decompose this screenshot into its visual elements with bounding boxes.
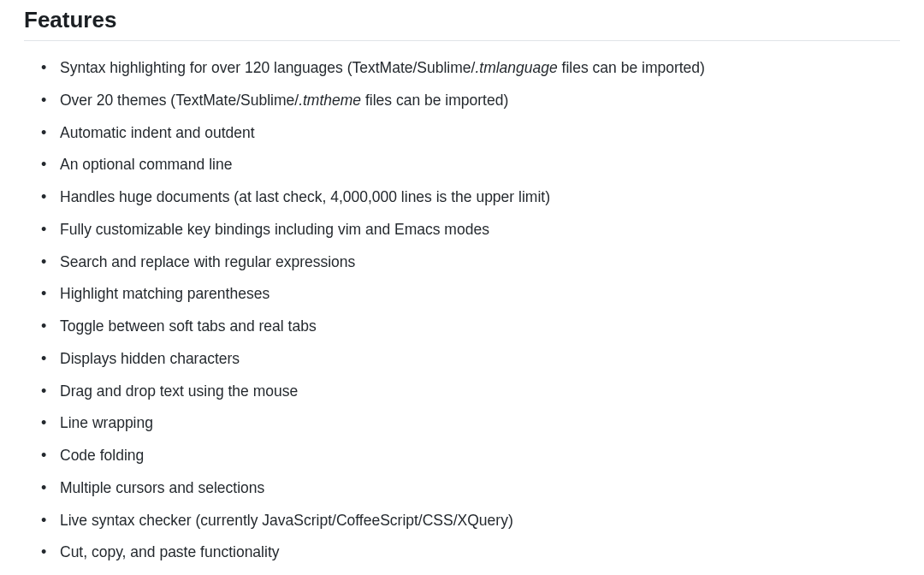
feature-text: files can be imported) [361, 92, 508, 109]
feature-text: Cut, copy, and paste functionality [60, 543, 280, 560]
feature-item: Multiple cursors and selections [56, 477, 900, 499]
feature-item: Fully customizable key bindings includin… [56, 218, 900, 240]
feature-text: Code folding [60, 447, 144, 464]
feature-item: Toggle between soft tabs and real tabs [56, 315, 900, 337]
feature-text: Syntax highlighting for over 120 languag… [60, 59, 475, 76]
feature-text: Toggle between soft tabs and real tabs [60, 317, 317, 335]
features-section: Features Syntax highlighting for over 12… [0, 0, 924, 575]
feature-text: Handles huge documents (at last check, 4… [60, 188, 550, 205]
feature-item: Automatic indent and outdent [56, 122, 900, 144]
feature-item: Cut, copy, and paste functionality [56, 541, 900, 563]
feature-text: Automatic indent and outdent [60, 124, 255, 141]
feature-item: Highlight matching parentheses [56, 282, 900, 305]
feature-item: Live syntax checker (currently JavaScrip… [56, 509, 900, 531]
feature-text: Highlight matching parentheses [60, 285, 270, 302]
feature-list: Syntax highlighting for over 120 languag… [24, 56, 900, 564]
feature-item: Code folding [56, 444, 900, 466]
feature-text: Search and replace with regular expressi… [60, 253, 355, 270]
feature-item: An optional command line [56, 153, 900, 175]
feature-text: Drag and drop text using the mouse [60, 382, 298, 400]
feature-text: Over 20 themes (TextMate/Sublime/ [60, 92, 299, 109]
feature-text-italic: .tmtheme [299, 92, 361, 109]
feature-text: Displays hidden characters [60, 350, 240, 367]
feature-text: An optional command line [60, 156, 232, 173]
feature-item: Over 20 themes (TextMate/Sublime/.tmthem… [56, 89, 900, 111]
feature-text: Fully customizable key bindings includin… [60, 221, 489, 238]
feature-item: Search and replace with regular expressi… [56, 251, 900, 273]
feature-text: Multiple cursors and selections [60, 479, 264, 496]
feature-item: Syntax highlighting for over 120 languag… [56, 56, 900, 79]
feature-text: Live syntax checker (currently JavaScrip… [60, 512, 513, 529]
feature-item: Handles huge documents (at last check, 4… [56, 186, 900, 208]
feature-item: Drag and drop text using the mouse [56, 380, 900, 402]
feature-text: Line wrapping [60, 414, 153, 431]
feature-text: files can be imported) [558, 59, 705, 76]
feature-item: Line wrapping [56, 412, 900, 434]
feature-text-italic: .tmlanguage [475, 59, 557, 76]
section-heading: Features [24, 7, 900, 41]
feature-item: Displays hidden characters [56, 347, 900, 370]
